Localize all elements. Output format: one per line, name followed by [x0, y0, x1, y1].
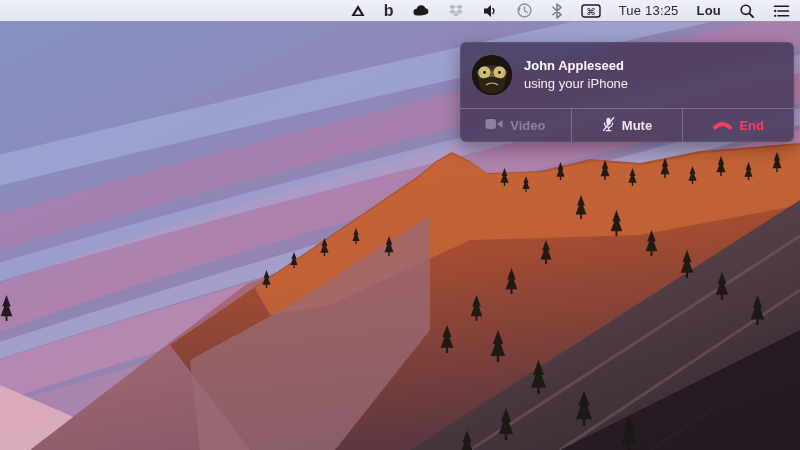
notification-body: John Appleseed using your iPhone	[460, 42, 794, 108]
user-label: Lou	[697, 3, 721, 18]
dropbox-icon	[448, 3, 464, 19]
video-camera-icon	[485, 118, 503, 133]
clock-label: Tue 13:25	[619, 3, 679, 18]
bluetooth-icon	[551, 3, 563, 19]
google-drive-menu-item[interactable]	[341, 0, 375, 22]
volume-icon	[482, 3, 498, 19]
keyboard-viewer-icon: ⌘	[581, 3, 601, 19]
phone-hangup-icon	[713, 118, 732, 133]
b-app-menu-item[interactable]: b	[375, 0, 403, 22]
video-button[interactable]: Video	[460, 109, 571, 142]
menubar-user[interactable]: Lou	[688, 0, 730, 22]
time-machine-icon	[516, 2, 533, 19]
notification-center-menu-item[interactable]	[764, 0, 792, 22]
mute-button-label: Mute	[622, 118, 652, 133]
notification-texts: John Appleseed using your iPhone	[524, 57, 628, 92]
microphone-muted-icon	[602, 117, 615, 135]
b-app-icon: b	[384, 3, 394, 19]
bluetooth-menu-item[interactable]	[542, 0, 572, 22]
keyboard-viewer-menu-item[interactable]: ⌘	[572, 0, 610, 22]
dropbox-menu-item[interactable]	[439, 0, 473, 22]
cloudapp-icon	[412, 3, 430, 19]
video-button-label: Video	[510, 118, 545, 133]
owl-avatar	[472, 55, 512, 95]
volume-menu-item[interactable]	[473, 0, 507, 22]
spotlight-menu-item[interactable]	[730, 0, 764, 22]
notification-actions: Video Mute End	[460, 108, 794, 142]
mute-button[interactable]: Mute	[571, 109, 683, 142]
call-notification-banner[interactable]: John Appleseed using your iPhone Video	[460, 42, 794, 142]
time-machine-menu-item[interactable]	[507, 0, 542, 22]
caller-name: John Appleseed	[524, 57, 628, 75]
end-button-label: End	[739, 118, 764, 133]
notification-center-icon	[773, 4, 790, 18]
end-call-button[interactable]: End	[682, 109, 794, 142]
call-source: using your iPhone	[524, 75, 628, 93]
google-drive-icon	[350, 3, 366, 19]
svg-text:⌘: ⌘	[586, 5, 596, 16]
menubar-clock[interactable]: Tue 13:25	[610, 0, 688, 22]
search-icon	[739, 3, 755, 19]
cloudapp-menu-item[interactable]	[403, 0, 439, 22]
menu-bar: b	[0, 0, 800, 22]
